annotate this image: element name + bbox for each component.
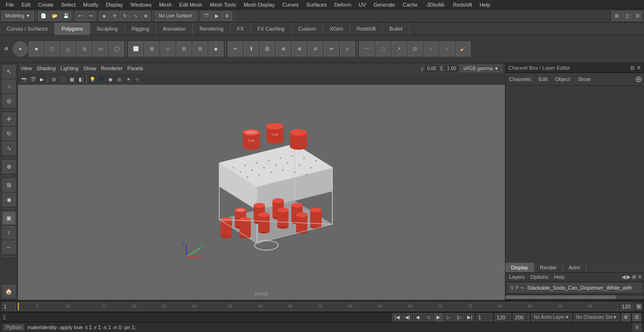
menu-display[interactable]: Display: [102, 1, 127, 8]
vp-ao-btn[interactable]: ◉: [106, 74, 115, 84]
menu-help[interactable]: Help: [476, 1, 494, 8]
ipr-btn[interactable]: ▶: [212, 11, 222, 21]
new-file-btn[interactable]: 📄: [38, 11, 49, 21]
tab-sculpting[interactable]: Sculpting: [90, 23, 125, 35]
soft-select-btn[interactable]: ◉: [2, 193, 16, 206]
shelf-bevel-btn[interactable]: ◆: [208, 41, 223, 57]
lighting-menu[interactable]: Lighting: [60, 65, 79, 71]
layer-playback-btn[interactable]: P: [516, 285, 519, 291]
rotate-btn[interactable]: ↻: [2, 127, 16, 140]
vp-ibl-btn[interactable]: ☀: [124, 74, 132, 84]
render-btn[interactable]: 🎬: [201, 11, 211, 21]
menu-select[interactable]: Select: [58, 1, 80, 8]
menu-edit[interactable]: Edit: [18, 1, 34, 8]
menu-mesh[interactable]: Mesh: [155, 1, 175, 8]
playback-end-input[interactable]: [495, 313, 511, 322]
quick-layout-btn[interactable]: 🏠: [2, 285, 16, 298]
play-back-btn[interactable]: ◁: [423, 313, 433, 322]
channels-menu[interactable]: Channels: [507, 76, 533, 82]
shelf-crease-btn[interactable]: 〰: [359, 41, 374, 57]
move-tool-btn[interactable]: ✛: [110, 11, 119, 21]
tab-fx[interactable]: FX: [231, 23, 251, 35]
tab-animation[interactable]: Animation: [156, 23, 193, 35]
vp-lights-btn[interactable]: 💡: [88, 74, 97, 84]
shelf-pencil-btn[interactable]: ✏: [228, 41, 243, 57]
view-menu[interactable]: View: [21, 65, 32, 71]
shading-menu[interactable]: Shading: [37, 65, 56, 71]
shelf-plane-btn[interactable]: ▭: [93, 41, 108, 57]
shelf-wedge-btn[interactable]: ⧉: [192, 41, 207, 57]
menu-redshift[interactable]: Redshift: [449, 1, 476, 8]
step-back-btn[interactable]: ◀: [413, 313, 422, 322]
paint-select-btn[interactable]: ◎: [2, 94, 16, 107]
redo-btn[interactable]: ↪: [86, 11, 95, 21]
step-fwd-btn[interactable]: ▷: [444, 313, 454, 322]
prefs-btn[interactable]: ☰: [632, 313, 641, 322]
renderer-menu[interactable]: Renderer: [101, 65, 123, 71]
move-btn[interactable]: ✛: [2, 113, 16, 126]
go-end-btn[interactable]: ▶|: [465, 313, 474, 322]
shelf-sphere-btn[interactable]: ●: [13, 41, 28, 57]
settings-icon[interactable]: ⚙: [2, 44, 10, 54]
vp-texture-btn[interactable]: ▦: [67, 74, 76, 84]
vp-shading-btn[interactable]: ◧: [76, 74, 85, 84]
frame-end-input[interactable]: [620, 302, 634, 311]
viewport-3d[interactable]: View Shading Lighting Show Renderer Pane…: [18, 63, 505, 300]
panel-close-btn[interactable]: ✕: [636, 65, 641, 71]
rp-tab-render[interactable]: Render: [534, 263, 563, 272]
vp-camera-btn[interactable]: 📷: [20, 74, 28, 84]
shelf-reverse-btn[interactable]: ↕: [439, 41, 454, 57]
rotate-tool-btn[interactable]: ↻: [120, 11, 130, 21]
layer-visibility-btn[interactable]: V: [511, 285, 514, 291]
layer-scroll-right-btn[interactable]: ▶: [627, 274, 631, 280]
mesh-components-btn[interactable]: ▣: [2, 211, 16, 225]
rp-tab-display[interactable]: Display: [505, 263, 534, 272]
shelf-cone-btn[interactable]: △: [61, 41, 76, 57]
menu-create[interactable]: Create: [34, 1, 58, 8]
show-manip-btn[interactable]: ⊕: [2, 160, 16, 173]
select-mode-btn[interactable]: ↖: [2, 65, 16, 78]
live-surface-btn[interactable]: No Live Surface: [155, 11, 197, 21]
save-file-btn[interactable]: 💾: [61, 11, 71, 21]
shelf-extrude-btn[interactable]: ⬆: [244, 41, 259, 57]
python-expand-btn[interactable]: ⊞: [633, 324, 641, 331]
shelf-cleanup-btn[interactable]: 🧹: [455, 41, 471, 57]
menu-file[interactable]: File: [2, 1, 18, 8]
tab-rendering[interactable]: Rendering: [193, 23, 231, 35]
panel-float-btn[interactable]: ⧉: [630, 65, 635, 71]
undo-btn[interactable]: ↩: [75, 11, 85, 21]
editor-btn[interactable]: ☰: [633, 11, 642, 21]
timeline-scrubber[interactable]: 5 10 15 20 25 30 35 40 45 50 55 60 65 70…: [17, 302, 619, 311]
tab-curves-surfaces[interactable]: Curves / Surfaces: [0, 23, 55, 35]
frame-start-input[interactable]: [2, 302, 16, 311]
menu-curves[interactable]: Curves: [279, 1, 303, 8]
layer-scroll-thumb[interactable]: [505, 295, 616, 299]
rp-tab-anim[interactable]: Anim: [563, 263, 586, 272]
help-menu-btn[interactable]: Help: [552, 274, 567, 280]
shelf-cube-btn[interactable]: ■: [29, 41, 44, 57]
menu-mesh-display[interactable]: Mesh Display: [240, 1, 279, 8]
shelf-pipe-btn[interactable]: ⬜: [128, 41, 143, 57]
workspace-dropdown[interactable]: Modeling ▼: [2, 11, 34, 21]
shelf-unfold-btn[interactable]: ↗: [391, 41, 406, 57]
options-menu-btn[interactable]: Options: [528, 274, 550, 280]
vp-smooth-btn[interactable]: ⬛: [58, 74, 67, 84]
anim-layer-dropdown[interactable]: No Anim Layer▼: [531, 313, 572, 322]
panel-resize-icon[interactable]: ⊕: [635, 74, 642, 84]
tab-bullet[interactable]: Bullet: [383, 23, 410, 35]
ring-btn[interactable]: ↔: [2, 241, 16, 254]
panel-layout-btn[interactable]: ◫: [622, 11, 632, 21]
tab-redshift[interactable]: Redshift: [350, 23, 383, 35]
open-file-btn[interactable]: 📂: [50, 11, 60, 21]
layer-scroll-left-btn[interactable]: ◀: [621, 274, 626, 280]
layer-delete-btn[interactable]: ✕: [637, 274, 642, 280]
snap-grid-btn[interactable]: ⊞: [2, 178, 16, 192]
panels-menu[interactable]: Panels: [127, 65, 143, 71]
shelf-mirror-btn[interactable]: ⇔: [324, 41, 339, 57]
char-set-options-btn[interactable]: ⚙: [621, 313, 630, 322]
menu-uv[interactable]: UV: [355, 1, 370, 8]
tab-custom[interactable]: Custom: [292, 23, 323, 35]
layer-options-btn[interactable]: ⊕: [632, 274, 636, 280]
universal-tool-btn[interactable]: ⊕: [141, 11, 150, 21]
shelf-soft-btn[interactable]: ◌: [375, 41, 390, 57]
